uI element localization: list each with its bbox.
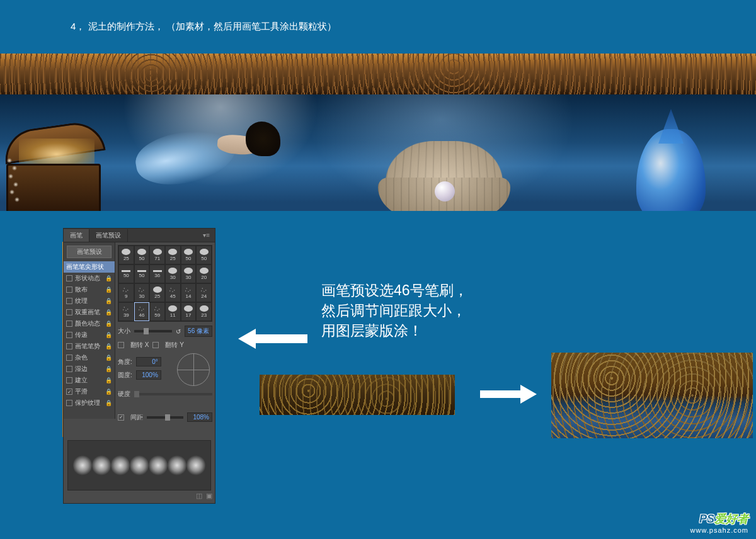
brush-tip-30[interactable]: 30: [181, 264, 197, 283]
brush-tip-50[interactable]: 50: [181, 246, 197, 264]
result-banner: [0, 54, 756, 211]
brush-tip-50[interactable]: 50: [118, 264, 134, 283]
option-scattering[interactable]: 散布🔒: [64, 284, 115, 295]
brush-tip-46[interactable]: 46: [134, 302, 150, 321]
brush-tip-25[interactable]: 25: [165, 246, 181, 264]
option-tip_shape[interactable]: 画笔笔尖形状: [64, 261, 115, 273]
brush-tip-59[interactable]: 59: [149, 302, 165, 321]
flip-y-checkbox[interactable]: [152, 342, 159, 348]
step-note: （加素材，然后用画笔工具涂出颗粒状）: [166, 21, 336, 31]
brush-tip-25[interactable]: 25: [149, 283, 165, 302]
brush-tip-20[interactable]: 20: [196, 264, 212, 283]
checkbox-color_dynamics[interactable]: [66, 321, 72, 327]
flip-x-checkbox[interactable]: [118, 342, 124, 348]
roundness-value[interactable]: 100%: [136, 370, 161, 380]
brush-tip-25[interactable]: 25: [118, 246, 134, 264]
option-label: 保护纹理: [75, 399, 100, 407]
brush-tip-71[interactable]: 71: [149, 246, 165, 264]
lock-icon: 🔒: [105, 321, 112, 327]
brush-tip-39[interactable]: 39: [118, 302, 134, 321]
checkbox-wet_edges[interactable]: [66, 366, 72, 372]
hardness-label: 硬度: [118, 390, 130, 399]
option-noise[interactable]: 杂色🔒: [64, 352, 115, 363]
svg-marker-0: [238, 329, 307, 349]
option-label: 形状动态: [75, 274, 100, 283]
option-transfer[interactable]: 传递🔒: [64, 329, 115, 341]
option-smoothing[interactable]: 平滑🔒: [64, 386, 115, 397]
option-dual_brush[interactable]: 双重画笔🔒: [64, 307, 115, 318]
size-label: 大小: [118, 327, 130, 336]
brush-tip-30[interactable]: 30: [165, 264, 181, 283]
brush-tip-50[interactable]: 50: [134, 246, 150, 264]
checkbox-noise[interactable]: [66, 355, 72, 361]
brush-tip-50[interactable]: 50: [196, 246, 212, 264]
watermark-prefix: PS: [699, 513, 714, 525]
instruction-line1: 画笔预设选46号笔刷，: [321, 280, 468, 300]
soil-texture-after: [551, 353, 753, 438]
brush-tip-11[interactable]: 11: [165, 302, 181, 321]
brush-tip-45[interactable]: 45: [165, 283, 181, 302]
checkbox-dual_brush[interactable]: [66, 309, 72, 315]
size-slider[interactable]: [134, 330, 172, 332]
arrow-right-icon: [480, 383, 537, 406]
lock-icon: 🔒: [105, 332, 112, 338]
lock-icon: 🔒: [105, 287, 112, 293]
brush-tip-9[interactable]: 9: [118, 283, 134, 302]
option-label: 散布: [75, 285, 88, 294]
checkbox-shape_dynamics[interactable]: [66, 275, 72, 281]
option-protect_texture[interactable]: 保护纹理🔒: [64, 397, 115, 409]
lock-icon: 🔒: [105, 389, 112, 395]
option-brush_pose[interactable]: 画笔笔势🔒: [64, 341, 115, 352]
watermark: PS爱好者 www.psahz.com: [690, 511, 748, 534]
option-texture[interactable]: 纹理🔒: [64, 295, 115, 307]
instruction-callout: 画笔预设选46号笔刷， 然后调节间距跟大小， 用图层蒙版涂！: [321, 280, 468, 341]
brush-settings-panel[interactable]: 画笔 画笔预设 ▾≡ 画笔预设 画笔笔尖形状形状动态🔒散布🔒纹理🔒双重画笔🔒颜色…: [63, 228, 215, 504]
option-wet_edges[interactable]: 湿边🔒: [64, 363, 115, 375]
size-value[interactable]: 56 像素: [185, 326, 212, 337]
brush-tip-30[interactable]: 30: [134, 283, 150, 302]
brush-tip-50[interactable]: 50: [134, 264, 150, 283]
arrow-left-icon: [238, 326, 307, 351]
brush-options-sidebar: 画笔预设 画笔笔尖形状形状动态🔒散布🔒纹理🔒双重画笔🔒颜色动态🔒传递🔒画笔笔势🔒…: [64, 242, 115, 419]
svg-marker-1: [480, 385, 537, 404]
option-color_dynamics[interactable]: 颜色动态🔒: [64, 318, 115, 329]
lock-icon: 🔒: [105, 298, 112, 304]
tab-presets[interactable]: 画笔预设: [89, 229, 128, 242]
tab-brush[interactable]: 画笔: [64, 229, 89, 242]
checkbox-texture[interactable]: [66, 298, 72, 304]
soil-layer: [0, 54, 756, 98]
checkbox-buildup[interactable]: [66, 377, 72, 383]
option-shape_dynamics[interactable]: 形状动态🔒: [64, 273, 115, 284]
brush-tip-14[interactable]: 14: [181, 283, 197, 302]
treasure-chest: [6, 126, 126, 211]
lock-icon: 🔒: [105, 400, 112, 406]
spacing-value[interactable]: 108%: [187, 412, 212, 422]
angle-control[interactable]: [177, 353, 210, 386]
angle-value[interactable]: 0°: [136, 357, 161, 366]
brush-tip-17[interactable]: 17: [181, 302, 197, 321]
spacing-slider[interactable]: [147, 416, 183, 419]
checkbox-brush_pose[interactable]: [66, 343, 72, 349]
option-label: 传递: [75, 331, 88, 339]
toggle-icon[interactable]: ▣: [206, 492, 212, 503]
checkbox-scattering[interactable]: [66, 287, 72, 293]
checkbox-smoothing[interactable]: [66, 389, 72, 395]
instruction-line2: 然后调节间距跟大小，: [321, 300, 468, 321]
brush-tip-24[interactable]: 24: [196, 283, 212, 302]
brush-tip-36[interactable]: 36: [149, 264, 165, 283]
preset-button[interactable]: 画笔预设: [67, 246, 112, 258]
lock-icon: 🔒: [105, 309, 112, 315]
option-buildup[interactable]: 建立🔒: [64, 375, 115, 386]
brush-tip-grid[interactable]: 2550712550505050363030209302545142439465…: [118, 245, 212, 322]
brush-tip-23[interactable]: 23: [196, 302, 212, 321]
option-label: 湿边: [75, 365, 88, 373]
spacing-label: 间距: [130, 413, 143, 422]
lock-icon: 🔒: [105, 377, 112, 383]
instruction-line3: 用图层蒙版涂！: [321, 321, 468, 341]
spacing-checkbox[interactable]: [118, 414, 124, 421]
checkbox-protect_texture[interactable]: [66, 400, 72, 406]
reset-icon[interactable]: ↺: [176, 328, 181, 335]
new-preset-icon[interactable]: ◫: [196, 492, 202, 503]
panel-menu-icon[interactable]: ▾≡: [198, 232, 215, 239]
checkbox-transfer[interactable]: [66, 332, 72, 338]
